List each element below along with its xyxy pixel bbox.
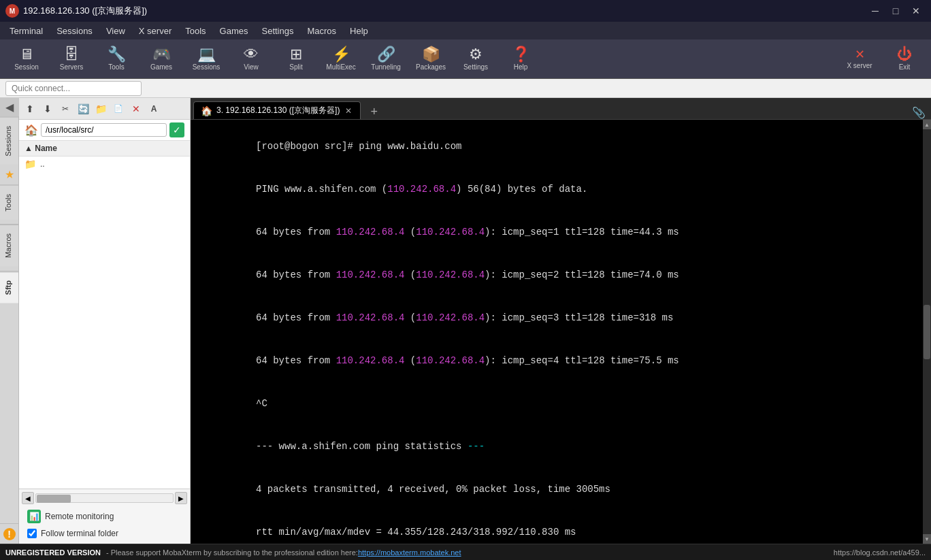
terminal-scrollbar[interactable]: ▲ ▼	[923, 120, 931, 544]
sftp-file-list: ▲ Name 📁 ..	[19, 141, 190, 489]
multiexec-icon: ⚡	[332, 47, 350, 62]
attachment-icon[interactable]: 📎	[912, 106, 926, 119]
terminal-line: ^C	[199, 382, 915, 425]
terminal-line: 64 bytes from 110.242.68.4 (110.242.68.4…	[199, 254, 915, 297]
menu-view[interactable]: View	[99, 24, 132, 37]
toolbar-session[interactable]: 🖥 Session	[5, 42, 48, 76]
view-label: View	[244, 63, 259, 71]
add-tab-button[interactable]: +	[365, 105, 383, 119]
terminal-line: 64 bytes from 110.242.68.4 (110.242.68.4…	[199, 211, 915, 254]
sftp-home-icon[interactable]: 🏠	[24, 124, 38, 137]
servers-icon: 🗄	[64, 47, 79, 62]
status-bar: UNREGISTERED VERSION - Please support Mo…	[0, 544, 931, 560]
sftp-panel: ⬆ ⬇ ✂ 🔄 📁 📄 ✕ A 🏠 ✓ ▲ Name 📁 ..	[19, 98, 191, 544]
sftp-newfile-button[interactable]: 📄	[110, 101, 127, 117]
terminal-output[interactable]: [root@bogon src]# ping www.baidu.com PIN…	[191, 120, 923, 544]
collapse-sidebar-button[interactable]: ◀	[0, 98, 19, 117]
unregistered-label: UNREGISTERED VERSION	[5, 548, 101, 557]
toolbar-tools[interactable]: 🔧 Tools	[95, 42, 137, 76]
menu-games[interactable]: Games	[213, 24, 255, 37]
remote-monitoring-icon: 📊	[27, 510, 41, 523]
terminal-line: [root@bogon src]# ping www.baidu.com	[199, 125, 915, 168]
scroll-down-arrow[interactable]: ▼	[923, 534, 931, 544]
games-icon: 🎮	[152, 47, 171, 62]
maximize-button[interactable]: □	[886, 1, 905, 20]
menu-settings[interactable]: Settings	[255, 24, 301, 37]
sftp-refresh-button[interactable]: 🔄	[75, 101, 91, 117]
tab-close-button[interactable]: ✕	[344, 106, 353, 116]
menu-tools[interactable]: Tools	[178, 24, 212, 37]
settings-icon: ⚙	[469, 47, 483, 62]
file-list-header: ▲ Name	[19, 141, 190, 157]
sftp-download-button[interactable]: ⬇	[39, 101, 56, 117]
settings-label: Settings	[463, 63, 488, 71]
scroll-track	[35, 493, 174, 503]
scroll-thumb[interactable]	[924, 305, 930, 359]
terminal-line: rtt min/avg/max/mdev = 44.355/128.243/31…	[199, 511, 915, 544]
support-text: - Please support MobaXterm by subscribin…	[106, 548, 358, 557]
sftp-newfolder-button[interactable]: 📁	[93, 101, 109, 117]
sftp-upload-button[interactable]: ⬆	[22, 101, 38, 117]
sessions-icon: 💻	[197, 47, 216, 62]
view-icon: 👁	[244, 47, 259, 62]
tunneling-label: Tunneling	[371, 63, 401, 71]
toolbar-multiexec[interactable]: ⚡ MultiExec	[320, 42, 362, 76]
toolbar-packages[interactable]: 📦 Packages	[410, 42, 452, 76]
quick-connect-input[interactable]	[5, 81, 142, 96]
toolbar: 🖥 Session 🗄 Servers 🔧 Tools 🎮 Games 💻 Se…	[0, 39, 931, 79]
scroll-right-button[interactable]: ▶	[175, 492, 187, 504]
scroll-left-button[interactable]: ◀	[22, 492, 34, 504]
toolbar-view[interactable]: 👁 View	[230, 42, 272, 76]
toolbar-games[interactable]: 🎮 Games	[140, 42, 182, 76]
quick-connect-bar	[0, 79, 931, 98]
menu-macros[interactable]: Macros	[300, 24, 343, 37]
scroll-up-arrow[interactable]: ▲	[923, 120, 931, 129]
toolbar-split[interactable]: ⊞ Split	[275, 42, 317, 76]
menu-xserver[interactable]: X server	[132, 24, 178, 37]
servers-label: Servers	[60, 63, 83, 71]
toolbar-exit[interactable]: ⏻ Exit	[883, 42, 926, 76]
toolbar-help[interactable]: ❓ Help	[500, 42, 542, 76]
list-item[interactable]: 📁 ..	[19, 157, 190, 171]
vtab-bookmark[interactable]: ★	[0, 165, 18, 185]
vtab-macros[interactable]: Macros	[0, 225, 18, 266]
follow-terminal-label: Follow terminal folder	[41, 529, 118, 538]
remote-monitoring-button[interactable]: 📊 Remote monitoring	[22, 507, 187, 526]
tab-bar: 🏠 3. 192.168.126.130 ([京淘服务器]) ✕ + 📎	[191, 98, 931, 120]
close-button[interactable]: ✕	[906, 1, 926, 20]
menu-help[interactable]: Help	[343, 24, 375, 37]
tools-label: Tools	[108, 63, 124, 71]
vtab-tools[interactable]: Tools	[0, 185, 18, 220]
right-status: https://blog.csdn.net/a459...	[834, 548, 926, 557]
menu-sessions[interactable]: Sessions	[50, 24, 99, 37]
minimize-button[interactable]: ─	[866, 1, 885, 20]
app-icon: M	[5, 4, 19, 18]
follow-terminal-checkbox[interactable]	[27, 529, 37, 538]
toolbar-servers[interactable]: 🗄 Servers	[50, 42, 93, 76]
sidebar-bottom: ◀ ▶ 📊 Remote monitoring Follow terminal …	[19, 489, 190, 544]
sftp-path-input[interactable]	[41, 123, 167, 137]
multiexec-label: MultiExec	[326, 63, 355, 71]
sftp-rename-button[interactable]: A	[146, 101, 162, 117]
tunneling-icon: 🔗	[377, 47, 395, 62]
session-label: Session	[14, 63, 39, 71]
vtab-sessions[interactable]: Sessions	[0, 117, 18, 165]
toolbar-settings[interactable]: ⚙ Settings	[455, 42, 497, 76]
menu-terminal[interactable]: Terminal	[3, 24, 50, 37]
sftp-delete-button[interactable]: ✕	[128, 101, 144, 117]
sftp-toolbar: ⬆ ⬇ ✂ 🔄 📁 📄 ✕ A	[19, 98, 190, 120]
session-icon: 🖥	[19, 47, 34, 62]
tab-home-icon: 🏠	[201, 105, 212, 116]
toolbar-tunneling[interactable]: 🔗 Tunneling	[365, 42, 407, 76]
toolbar-sessions[interactable]: 💻 Sessions	[185, 42, 227, 76]
sftp-cut-button[interactable]: ✂	[57, 101, 74, 117]
window-title: 192.168.126.130 ([京淘服务器])	[23, 5, 866, 17]
toolbar-xserver[interactable]: ✕ X server	[838, 42, 881, 76]
help-icon: ❓	[512, 47, 530, 62]
vtab-sftp[interactable]: Sftp	[0, 271, 18, 303]
support-link[interactable]: https://mobaxterm.mobatek.net	[358, 548, 461, 557]
terminal-area: 🏠 3. 192.168.126.130 ([京淘服务器]) ✕ + 📎 [ro…	[191, 98, 931, 544]
sftp-path-ok-button[interactable]: ✓	[169, 122, 184, 137]
xserver-icon: ✕	[855, 48, 865, 61]
terminal-tab[interactable]: 🏠 3. 192.168.126.130 ([京淘服务器]) ✕	[193, 101, 361, 119]
